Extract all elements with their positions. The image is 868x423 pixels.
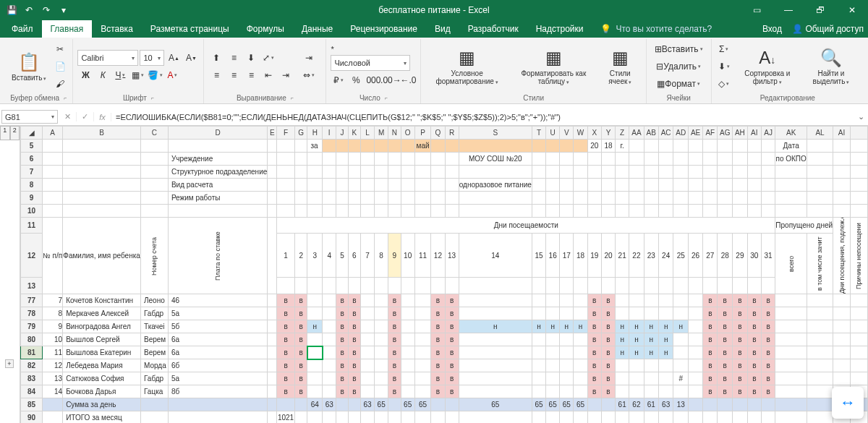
col-header[interactable]: P (414, 127, 431, 140)
currency-icon[interactable]: ₽▾ (331, 72, 346, 88)
col-header[interactable]: N (388, 127, 401, 140)
col-header[interactable]: I (323, 127, 336, 140)
col-header[interactable]: X (587, 127, 601, 140)
col-header[interactable]: K (348, 127, 360, 140)
wrap-text-icon[interactable]: ⇥ (302, 50, 316, 66)
login-link[interactable]: Вход (762, 24, 782, 34)
col-header[interactable]: AL (807, 127, 833, 140)
col-header[interactable]: C (140, 127, 168, 140)
spreadsheet[interactable]: ◢ABCDEFGHIJKLMNOPQRSTUVWXYZAAABACADAEAFA… (20, 126, 868, 423)
col-header[interactable]: S (459, 127, 532, 140)
number-format-combo[interactable]: Числовой▾ (331, 55, 410, 71)
cond-format-button[interactable]: ▦Условное форматирование▾ (425, 46, 509, 87)
teamviewer-icon[interactable]: ↔ (832, 387, 864, 419)
tab-insert[interactable]: Вставка (92, 20, 142, 38)
find-select-button[interactable]: 🔍Найти и выделить▾ (803, 46, 859, 87)
col-header[interactable]: U (546, 127, 560, 140)
col-header[interactable]: AC (658, 127, 673, 140)
tab-review[interactable]: Рецензирование (341, 20, 426, 38)
col-header[interactable]: H (307, 127, 323, 140)
outline-level-2[interactable]: 2 (10, 126, 20, 140)
tab-data[interactable]: Данные (293, 20, 341, 38)
col-header[interactable]: AB (644, 127, 658, 140)
col-header[interactable]: A (43, 127, 63, 140)
cancel-formula-icon[interactable]: ✕ (59, 112, 77, 121)
tab-file[interactable]: Файл (3, 20, 42, 38)
row-header[interactable]: 84 (21, 385, 43, 398)
col-header[interactable]: AG (718, 127, 733, 140)
row-header[interactable]: 85 (21, 398, 43, 411)
align-top-icon[interactable]: ⬆ (208, 50, 224, 66)
col-header[interactable]: W (574, 127, 587, 140)
undo-icon[interactable]: ↶ (23, 4, 35, 16)
font-color-icon[interactable]: A▾ (164, 67, 180, 83)
row-header[interactable]: 13 (21, 278, 43, 294)
col-header[interactable]: M (375, 127, 388, 140)
bold-button[interactable]: Ж (77, 67, 93, 83)
row-header[interactable]: 82 (21, 359, 43, 372)
tab-home[interactable]: Главная (42, 20, 93, 38)
autosum-icon[interactable]: Σ▾ (716, 41, 732, 57)
outline-collapse-icon[interactable]: + (5, 359, 14, 368)
insert-cells-button[interactable]: ⊞ Вставить▾ (651, 41, 707, 57)
fx-icon[interactable]: fx (94, 113, 111, 121)
share-button[interactable]: 👤 Общий доступ (792, 24, 864, 34)
row-header[interactable]: 6 (21, 153, 43, 166)
tab-view[interactable]: Вид (426, 20, 459, 38)
col-header[interactable]: L (360, 127, 374, 140)
col-header[interactable]: AD (673, 127, 689, 140)
col-header[interactable]: T (532, 127, 545, 140)
tab-formulas[interactable]: Формулы (238, 20, 293, 38)
col-header[interactable]: D (168, 127, 267, 140)
tab-addins[interactable]: Надстройки (527, 20, 592, 38)
align-center-icon[interactable]: ≡ (226, 67, 242, 83)
underline-button[interactable]: Ч▾ (112, 67, 128, 83)
col-header[interactable]: Y (601, 127, 615, 140)
tab-developer[interactable]: Разработчик (459, 20, 527, 38)
indent-dec-icon[interactable]: ⇤ (260, 67, 276, 83)
col-header[interactable]: AH (733, 127, 748, 140)
clear-icon[interactable]: ◇▾ (716, 76, 732, 92)
shrink-font-icon[interactable]: A▼ (183, 50, 199, 66)
row-header[interactable]: 10 (21, 205, 43, 218)
row-header[interactable]: 12 (21, 234, 43, 278)
row-header[interactable]: 90 (21, 411, 43, 424)
col-header[interactable]: AI (833, 127, 851, 140)
dec-decimal-icon[interactable]: ←.0 (400, 72, 416, 88)
col-header[interactable]: Z (616, 127, 629, 140)
format-cells-button[interactable]: ▦ Формат▾ (651, 76, 707, 92)
indent-inc-icon[interactable]: ⇥ (278, 67, 294, 83)
name-box[interactable]: G81▾ (1, 110, 58, 124)
inc-decimal-icon[interactable]: .00→ (383, 72, 399, 88)
border-icon[interactable]: ▦▾ (129, 67, 145, 83)
fill-color-icon[interactable]: 🪣▾ (147, 67, 163, 83)
grow-font-icon[interactable]: A▲ (166, 50, 182, 66)
minimize-button[interactable]: — (773, 0, 804, 20)
col-header[interactable]: AA (629, 127, 644, 140)
enter-formula-icon[interactable]: ✓ (77, 112, 94, 121)
percent-icon[interactable]: % (348, 72, 364, 88)
paste-button[interactable]: 📋 Вставить▾ (9, 51, 49, 83)
tab-layout[interactable]: Разметка страницы (142, 20, 238, 38)
row-header[interactable]: 83 (21, 372, 43, 385)
col-header[interactable]: O (401, 127, 414, 140)
row-header[interactable]: 8 (21, 179, 43, 192)
font-name-combo[interactable]: Calibri▾ (77, 50, 138, 66)
align-middle-icon[interactable]: ≡ (226, 50, 242, 66)
formula-input[interactable]: =ЕСЛИОШИБКА(ЕСЛИ($B81=0;"";ЕСЛИ(ДЕНЬНЕД(… (111, 108, 854, 125)
align-right-icon[interactable]: ≡ (243, 67, 259, 83)
col-header[interactable]: Q (431, 127, 445, 140)
col-header[interactable]: B (63, 127, 141, 140)
row-header[interactable]: 79 (21, 320, 43, 333)
italic-button[interactable]: К (95, 67, 111, 83)
comma-icon[interactable]: 000 (365, 72, 381, 88)
col-header[interactable]: AJ (761, 127, 775, 140)
col-header[interactable]: AF (703, 127, 718, 140)
merge-center-icon[interactable]: ⇔▾ (299, 67, 318, 83)
cell-styles-button[interactable]: ▦Стили ячеек▾ (599, 46, 642, 87)
cut-icon[interactable]: ✂ (52, 41, 68, 57)
maximize-button[interactable]: 🗗 (804, 0, 836, 20)
save-icon[interactable]: 💾 (6, 4, 17, 16)
col-header[interactable]: R (445, 127, 459, 140)
col-header[interactable]: G (294, 127, 307, 140)
